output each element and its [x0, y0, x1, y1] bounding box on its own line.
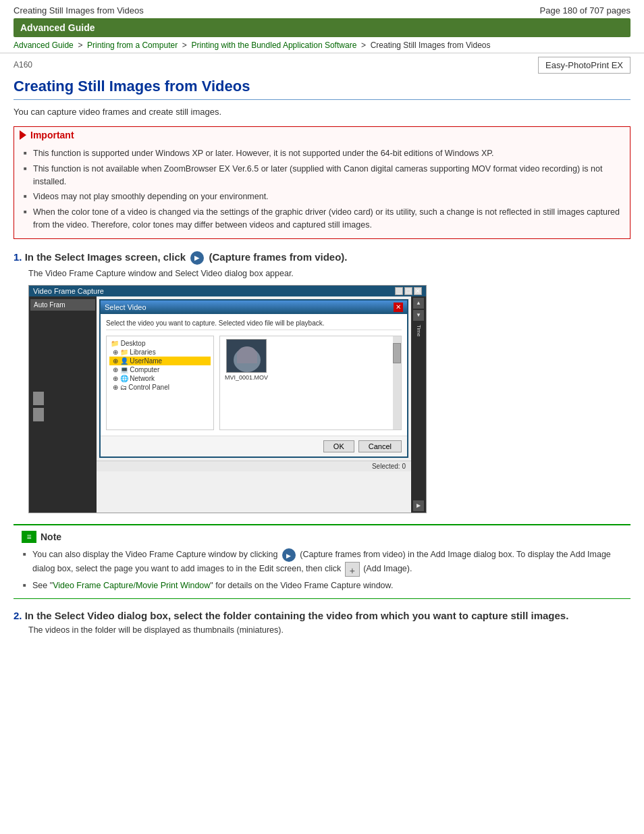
step-2-number: 2. In the Select Video dialog box, selec… [14, 610, 630, 621]
sc-cancel-button[interactable]: Cancel [358, 440, 402, 452]
sc-right-bottom: ▶ [413, 500, 424, 511]
step-2-num-label: 2. [14, 610, 22, 621]
sc-file-area: MVI_0001.MOV [219, 336, 402, 430]
step-1-num-label: 1. [14, 251, 22, 263]
svg-marker-2 [242, 350, 255, 363]
article-id: A160 [14, 60, 32, 70]
note-label: Note [41, 531, 61, 542]
sc-title: Video Frame Capture [33, 287, 104, 295]
sc-left-scroll-1 [33, 392, 44, 405]
breadcrumb-link-3[interactable]: Printing with the Bundled Application So… [191, 41, 356, 50]
step-1-instruction: In the Select Images screen, click (Capt… [25, 251, 348, 263]
breadcrumb-link-2[interactable]: Printing from a Computer [87, 41, 178, 50]
note-link-video-frame[interactable]: Video Frame Capture/Movie Print Window [53, 581, 210, 590]
important-label: Important [30, 130, 74, 140]
sc-dialog-title-text: Select Video [105, 303, 146, 311]
note-item-2: See "Video Frame Capture/Movie Print Win… [22, 578, 622, 594]
advanced-guide-banner: Advanced Guide [14, 18, 630, 37]
sc-file-tree: 📁 Desktop ⊕ 📁 Libraries ⊕ 👤 UserName ⊕ 💻… [106, 336, 214, 430]
sc-title-buttons[interactable]: _ □ ✕ [395, 287, 422, 295]
sc-right-btn-1[interactable]: ▲ [413, 298, 424, 309]
step-1: 1. In the Select Images screen, click (C… [14, 251, 630, 513]
sc-tree-computer[interactable]: ⊕ 💻 Computer [109, 365, 211, 374]
important-item-3: Videos may not play smoothly depending o… [22, 189, 622, 205]
sc-left-panel: Auto Fram [29, 296, 97, 513]
sc-file-scrollbar[interactable] [393, 336, 401, 429]
sc-status-bar: Selected: 0 [97, 461, 411, 471]
note-box: Note You can also display the Video Fram… [14, 524, 630, 600]
sc-thumb-image [226, 339, 267, 373]
svg-point-1 [234, 348, 261, 372]
intro-text: You can capture video frames and create … [14, 107, 630, 117]
sc-tree-network[interactable]: ⊕ 🌐 Network [109, 374, 211, 383]
sc-dialog-body: Select the video you want to capture. Se… [101, 314, 407, 436]
step-2: 2. In the Select Video dialog box, selec… [14, 610, 630, 635]
important-box: Important This function is supported und… [14, 126, 630, 239]
step-2-sub: The videos in the folder will be display… [28, 625, 630, 635]
page-title-header: Creating Still Images from Videos [14, 5, 144, 16]
sc-thumb-label: MVI_0001.MOV [225, 374, 268, 381]
note-icon [22, 531, 36, 543]
product-badge: Easy-PhotoPrint EX [538, 57, 630, 74]
important-item-4: When the color tone of a video is change… [22, 205, 622, 233]
sc-right-btn-arrow[interactable]: ▶ [413, 500, 424, 511]
step-1-number: 1. In the Select Images screen, click (C… [14, 251, 630, 265]
note-body: You can also display the Video Frame Cap… [22, 547, 622, 594]
sc-dialog-close-btn[interactable]: ✕ [394, 303, 403, 312]
article-title: Creating Still Images from Videos [14, 78, 630, 100]
important-header: Important [14, 127, 630, 143]
sc-left-tab[interactable]: Auto Fram [30, 299, 95, 311]
step-1-sub: The Video Frame Capture window and Selec… [28, 269, 630, 278]
sc-tree-desktop[interactable]: 📁 Desktop [109, 339, 211, 348]
sc-main-area: Select Video ✕ Select the video you want… [97, 296, 411, 513]
sc-thumb-svg [227, 340, 267, 373]
breadcrumb-link-1[interactable]: Advanced Guide [14, 41, 74, 50]
sc-right-btn-2[interactable]: ▼ [413, 310, 424, 321]
main-content: A160 Easy-PhotoPrint EX Creating Still I… [0, 53, 644, 659]
capture-frames-icon [190, 251, 204, 265]
page-header: Creating Still Images from Videos Page 1… [0, 0, 644, 18]
sc-select-video-dialog: Select Video ✕ Select the video you want… [99, 299, 408, 458]
sc-file-thumbnail: MVI_0001.MOV [223, 339, 270, 381]
step-2-instruction: In the Select Video dialog box, select t… [25, 610, 569, 621]
sc-dialog-footer: OK Cancel [101, 436, 407, 457]
sc-layout: Auto Fram Select Video ✕ Select the [29, 296, 426, 513]
important-body: This function is supported under Windows… [14, 143, 630, 238]
page-info: Page 180 of 707 pages [540, 5, 630, 16]
sc-tree-controlpanel[interactable]: ⊕ 🗂 Control Panel [109, 383, 211, 392]
sc-minimize-btn[interactable]: _ [395, 287, 403, 295]
sc-dialog-desc: Select the video you want to capture. Se… [106, 319, 402, 330]
sc-scrollbar-thumb[interactable] [393, 343, 401, 363]
capture-icon-note [282, 548, 296, 562]
add-image-icon [345, 562, 360, 577]
sc-maximize-btn[interactable]: □ [404, 287, 412, 295]
screenshot-video-frame-capture: Video Frame Capture _ □ ✕ Auto Fram [28, 285, 427, 513]
banner-text: Advanced Guide [20, 22, 95, 33]
note-header: Note [22, 531, 622, 543]
breadcrumb-current: Creating Still Images from Videos [371, 41, 491, 50]
sc-right-panel: ▲ ▼ Time ▶ [411, 296, 426, 513]
important-triangle-icon [20, 130, 26, 140]
sc-left-scroll-2 [33, 408, 44, 421]
sc-tree-libraries[interactable]: ⊕ 📁 Libraries [109, 348, 211, 357]
sc-ok-button[interactable]: OK [323, 440, 354, 452]
important-item-2: This function is not available when Zoom… [22, 161, 622, 190]
sc-titlebar: Video Frame Capture _ □ ✕ [29, 286, 426, 296]
sc-dialog-content: 📁 Desktop ⊕ 📁 Libraries ⊕ 👤 UserName ⊕ 💻… [106, 336, 402, 430]
note-list: You can also display the Video Frame Cap… [22, 547, 622, 594]
breadcrumb: Advanced Guide > Printing from a Compute… [0, 37, 644, 53]
sc-tree-username[interactable]: ⊕ 👤 UserName [109, 357, 211, 365]
sc-time-label: Time [416, 325, 422, 336]
sc-dialog-title: Select Video ✕ [101, 301, 407, 314]
important-item-1: This function is supported under Windows… [22, 146, 622, 161]
note-item-1: You can also display the Video Frame Cap… [22, 547, 622, 578]
sc-close-btn[interactable]: ✕ [414, 287, 422, 295]
important-list: This function is supported under Windows… [22, 146, 622, 233]
